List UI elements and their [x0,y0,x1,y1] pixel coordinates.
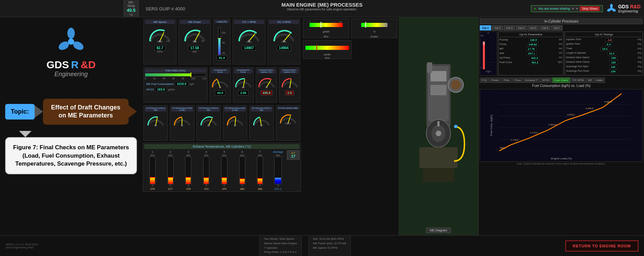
svg-text:609,1: 609,1 [500,147,506,149]
cyl-bar-1: 1 600 0 376 [144,150,161,191]
sfoc-label: SFOC [146,88,154,91]
svg-point-5 [67,28,75,39]
svg-point-67 [436,131,441,136]
me-speed-unit: RPM [145,51,175,53]
tab-exhaust-t[interactable]: Exhaust T [523,78,540,83]
tc2-value: 14904 [277,45,291,51]
chart-title: Fuel Consumption (kg/h) vs. Load (%) [480,84,643,88]
cyl-params-box: Cyl #1 Parameters Pcomp 136.5 bar Pmax 1… [498,32,564,76]
chart-area: 5000 4000 3000 2000 1000 609,1 1.175,5 1… [480,89,643,162]
cyl1-tab[interactable]: Cyl.1 [480,25,491,30]
scav-air-press-gauge: Scavenge Air Press. bar 2.65 [233,67,254,103]
cyl2-tab[interactable]: Cyl.2 [492,25,503,30]
dashboard-mid: g/kWh 0 40 NOx [302,17,399,235]
cyl5-tab[interactable]: Cyl.5 [528,25,539,30]
scav-air-temp-svg [211,74,229,89]
fo-visc-gauge: FO Viscosity (Inlet to ME) cSt [249,105,273,141]
sox-svg: g/kWh [305,42,350,55]
fo-temp-svg: °C [226,112,244,127]
me-speed-gauge: ME Speed RPM 0 110 82.7 RPM [143,19,176,64]
tab-fuel-cons[interactable]: Fuel Cons [552,78,570,83]
svg-text:3.786,5: 3.786,5 [586,107,594,110]
in-cylinder-title: In-Cylinder Processes [480,18,643,24]
param-row-ikw: IkW 297.1 kW [499,52,562,55]
svg-rect-50 [310,23,343,27]
svg-point-70 [451,80,461,90]
subtitle: Observe ME parameters for safe engine op… [281,8,363,11]
exhaust-temp-label: Exhaust Temp. (before T/C) [257,69,276,73]
timing-row-ignition-time: Ignition Time 0.4 deg [566,43,642,46]
stop-share-button[interactable]: Stop Share [580,6,600,11]
company: GDS Engineering R&D [6,246,38,249]
svg-point-49 [287,123,289,124]
svg-point-35 [155,125,157,126]
figure-area: Figure 7: Final Checks on ME Parameters … [5,131,137,174]
cyl3-tab[interactable]: Cyl.3 [504,25,515,30]
return-button[interactable]: RETURN TO ENGINE ROOM [565,240,638,251]
cylinder-tabs[interactable]: Cyl.1 Cyl.2 Cyl.3 Cyl.4 Cyl.5 Cyl.6 Cyl.… [480,25,643,30]
lo-press-svg: bar [147,112,165,127]
svg-point-28 [242,87,244,88]
engine-svg [402,57,475,196]
screen-share-bar: ● You are screen sharing ●● Stop Share [531,5,603,12]
sox-gauge: g/kWh SOx [303,40,351,59]
fuel-section: Fuel Index (mm) 020406080100115 ME Fuel … [143,67,208,103]
process-tabs[interactable]: P-Q Power Pres. Psca Exhaust T SFOC Fuel… [479,77,644,83]
svg-point-25 [219,87,221,88]
tc1-rpm-gauge: T/C 1 RPM x1000 14907 [233,19,266,64]
cyl-bar-6: 6 600 0 360 [234,150,251,191]
me-speed-svg: RPM 0 110 [147,25,172,44]
tc1-value: 14907 [242,45,256,51]
tc1-label: T/C 1 RPM [234,20,264,24]
main-title: MAIN ENGINE (ME) PROCESSES [281,2,363,8]
lo-press-label: LO Pressure (Inlet to ME) [145,107,166,112]
gds-text: GDS [618,4,630,9]
smoke-label: Smoke [353,35,396,38]
me-fuel-value: 3229.8 [175,82,188,86]
load-gauge: Load (%) 1006020 91.4 [213,19,230,64]
tc2-label: T/C 2 RPM [269,20,299,24]
timing-row-scavenge-port-close: Scavenge Port Close 235 deg [566,70,642,73]
tab-psca[interactable]: Psca [513,78,523,83]
svg-line-31 [290,79,291,87]
lo-temp-label: LO Temperature (Inlet to ME) [171,107,193,112]
me-diagram-button[interactable]: ME Diagram [426,228,451,233]
tab-pres[interactable]: Pres. [502,78,512,83]
svg-point-46 [261,125,262,126]
me-power-svg: MW 0 30 [182,25,207,44]
exhaust-press-label: Exhaust Press. (before T/C) [280,69,299,73]
sfoc-unit: g/kWh [168,88,175,91]
me-power-value: 17.58 [188,45,201,51]
nox-gauge: g/kWh 0 40 NOx [303,19,349,38]
sers-version: SERS v.1.0 | © 2019-2020 [6,243,38,246]
me-speed-value: 82.7 [155,45,165,51]
svg-rect-55 [361,23,388,27]
smoke-gauge: % Smoke [351,19,397,38]
cyl6-tab[interactable]: Cyl.6 [539,25,550,30]
svg-text:3.150,2: 3.150,2 [567,114,575,116]
tab-power[interactable]: Power [489,78,501,83]
cyl7-tab[interactable]: Cyl.7 [551,25,562,30]
param-row-mp: MP 17.78 bar [499,47,562,51]
exhaust-temp-val: 435.8 [261,90,273,95]
tab-pq[interactable]: P-Q [480,78,489,83]
me-power-gauge: ME Power MW 0 30 17.58 MW [179,19,211,64]
left-panel: GDS R&D Engineering Topic: Effect of Dra… [0,17,142,235]
tab-index[interactable]: Index [594,78,605,83]
param-row-pcomp: Pcomp 136.5 bar [499,38,562,42]
cyl-params-area: P 376.6 0 600 Q Cyl #1 Parameters Pcom [480,32,643,76]
svg-point-12 [159,40,161,42]
cyl4-tab[interactable]: Cyl.4 [516,25,527,30]
tab-tc-rpm[interactable]: T/C RPM [570,78,586,83]
fuel-index-label: Fuel Index (mm) [145,69,206,72]
top-bar: ER: Temp 40.5 °C SERS GUIP # 4000 MAIN E… [0,0,644,17]
topic-label: Topic: [5,104,35,120]
fo-press-svg: bar [200,112,218,127]
svg-text:1.772,2: 1.772,2 [530,131,538,134]
tab-eff[interactable]: Eff [586,78,594,83]
svg-rect-76 [483,45,485,69]
tab-sfoc[interactable]: SFOC [540,78,552,83]
cyl-timings-list: Injection Time -1.8 deg Ignition Time 0.… [566,38,642,73]
me-power-unit: MW [180,51,210,53]
svg-text:g/kWh: g/kWh [324,53,331,55]
